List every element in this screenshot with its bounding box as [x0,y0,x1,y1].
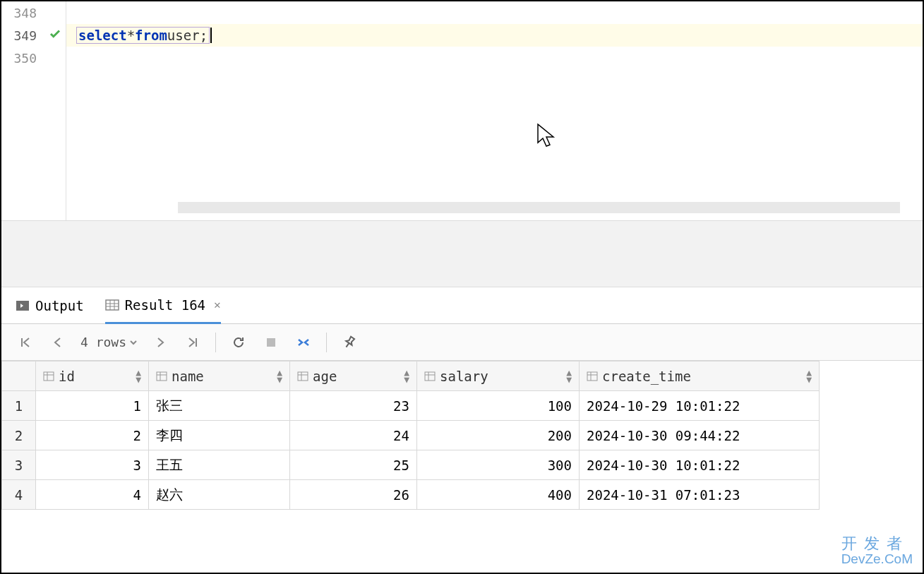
splitter-gap[interactable] [1,220,923,287]
column-header-salary[interactable]: salary▲▼ [417,361,580,391]
cell-id[interactable]: 2 [36,421,149,450]
cell-salary[interactable]: 300 [417,450,580,480]
line-number: 349 [6,28,37,43]
cell-id[interactable]: 3 [36,450,149,480]
separator [326,333,327,352]
watermark: 开 发 者 DevZe.CoM [841,535,913,567]
sort-icon: ▲▼ [136,369,141,382]
cell-create-time[interactable]: 2024-10-29 10:01:22 [580,391,820,421]
cell-create-time[interactable]: 2024-10-31 07:01:23 [580,480,820,510]
separator [215,333,216,352]
row-count-dropdown[interactable]: 4 rows [80,335,138,349]
cell-salary[interactable]: 400 [417,480,580,510]
cell-age[interactable]: 25 [290,450,417,480]
tab-label: Result 164 [125,297,205,313]
cell-salary[interactable]: 100 [417,391,580,421]
tab-label: Output [35,298,84,313]
column-header-id[interactable]: id▲▼ [36,361,149,391]
horizontal-scrollbar[interactable] [178,202,900,213]
first-page-button[interactable] [16,333,35,352]
chevron-down-icon [129,338,138,347]
table-row[interactable]: 1 1 张三 23 100 2024-10-29 10:01:22 [2,391,820,421]
table-icon [105,298,119,312]
code-line-active[interactable]: select * from user ; [66,24,923,47]
cell-age[interactable]: 26 [290,480,417,510]
cell-create-time[interactable]: 2024-10-30 09:44:22 [580,421,820,450]
chevron-right-icon [16,299,30,313]
sort-icon: ▲▼ [277,369,282,382]
cell-name[interactable]: 王五 [149,450,290,480]
column-icon [43,371,54,382]
svg-rect-7 [44,372,54,381]
result-tabs: Output Result 164 ✕ [1,287,923,324]
last-page-button[interactable] [183,333,203,352]
line-number: 350 [6,51,37,66]
result-toolbar: 4 rows [1,324,923,361]
svg-rect-6 [267,338,275,347]
prev-page-button[interactable] [48,333,68,352]
row-number: 4 [2,480,36,510]
tab-result[interactable]: Result 164 ✕ [105,288,221,324]
column-header-name[interactable]: name▲▼ [149,361,290,391]
row-number: 3 [2,450,36,480]
sort-icon: ▲▼ [404,369,409,382]
sql-keyword: from [135,28,167,43]
next-page-button[interactable] [150,333,170,352]
column-icon [587,371,598,382]
close-icon[interactable]: ✕ [214,298,221,311]
table-row[interactable]: 3 3 王五 25 300 2024-10-30 10:01:22 [2,450,820,480]
svg-rect-19 [587,372,597,381]
result-table: id▲▼ name▲▼ age▲▼ salary▲▼ create_time▲▼… [1,361,820,510]
svg-rect-10 [157,372,167,381]
table-corner [2,361,36,391]
cell-name[interactable]: 李四 [149,421,290,450]
cell-age[interactable]: 23 [290,391,417,421]
column-icon [297,371,308,382]
column-header-create-time[interactable]: create_time▲▼ [580,361,820,391]
cell-id[interactable]: 1 [36,391,149,421]
cell-id[interactable]: 4 [36,480,149,510]
row-number: 1 [2,391,36,421]
sort-icon: ▲▼ [806,369,812,382]
column-header-age[interactable]: age▲▼ [290,361,417,391]
stop-button[interactable] [261,333,281,352]
refresh-button[interactable] [229,333,248,352]
sql-text: ; [200,28,208,43]
cell-age[interactable]: 24 [290,421,417,450]
compare-button[interactable] [294,333,313,352]
mouse-cursor-icon [536,123,556,151]
column-icon [424,371,436,382]
table-row[interactable]: 2 2 李四 24 200 2024-10-30 09:44:22 [2,421,820,450]
text-cursor [210,28,212,43]
row-number: 2 [2,421,36,450]
column-icon [156,371,167,382]
check-icon [49,27,61,44]
cell-salary[interactable]: 200 [417,421,580,450]
watermark-line2: DevZe.CoM [841,552,913,567]
sql-text: user [167,28,200,43]
sort-icon: ▲▼ [566,369,572,382]
row-count-label: 4 rows [80,335,126,349]
line-number: 348 [6,6,37,20]
cell-name[interactable]: 张三 [149,391,290,421]
code-area[interactable]: select * from user ; [66,1,923,220]
pin-button[interactable] [340,333,359,352]
sql-text: * [127,28,135,43]
svg-rect-13 [298,372,308,381]
cell-name[interactable]: 赵六 [149,480,290,510]
table-row[interactable]: 4 4 赵六 26 400 2024-10-31 07:01:23 [2,480,820,510]
tab-output[interactable]: Output [16,287,84,323]
watermark-line1: 开 发 者 [841,535,913,552]
cell-create-time[interactable]: 2024-10-30 10:01:22 [580,450,820,480]
line-gutter: 348 349 350 [1,1,66,220]
svg-rect-16 [425,372,435,381]
svg-rect-1 [106,300,119,310]
sql-keyword: select [78,28,127,43]
sql-editor: 348 349 350 select * from user ; [1,1,923,220]
